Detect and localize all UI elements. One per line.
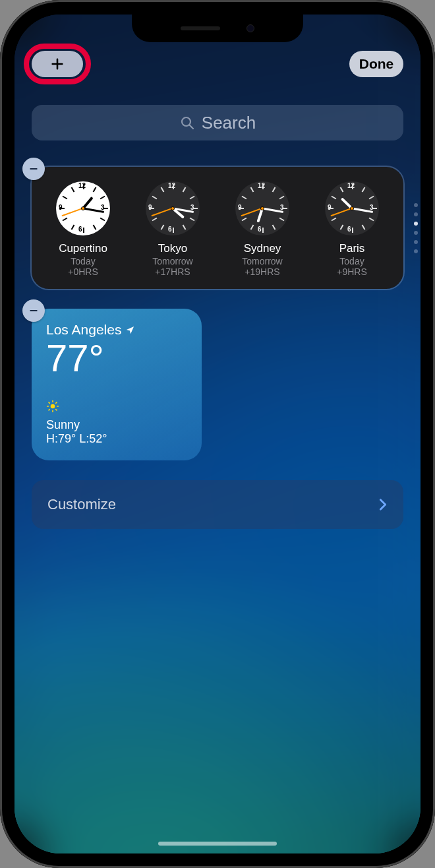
clock-city: Tokyo <box>128 242 218 255</box>
world-clock-widget-wrapper: 12369CupertinoToday+0HRS12369TokyoTomorr… <box>32 167 403 289</box>
minus-icon <box>28 164 39 174</box>
page-dot <box>414 231 418 235</box>
clock-offset: +9HRS <box>307 266 397 277</box>
weather-location: Los Angeles <box>46 322 121 338</box>
screen: Done Search 12369CupertinoToday+0HRS1236… <box>14 15 420 853</box>
remove-world-clock-button[interactable] <box>22 158 45 180</box>
clock-column: 12369TokyoTomorrow+17HRS <box>128 181 218 277</box>
phone-frame: Done Search 12369CupertinoToday+0HRS1236… <box>0 0 435 868</box>
front-camera <box>246 24 254 32</box>
clock-city: Cupertino <box>38 242 128 255</box>
clock-city: Paris <box>307 242 397 255</box>
sun-icon <box>46 400 187 416</box>
chevron-right-icon <box>378 497 388 512</box>
clock-city: Sydney <box>218 242 307 255</box>
svg-point-1 <box>51 404 55 409</box>
weather-condition: Sunny <box>46 418 187 432</box>
remove-weather-button[interactable] <box>22 299 45 322</box>
page-dot <box>414 212 418 216</box>
notch <box>132 15 303 42</box>
weather-location-row: Los Angeles <box>46 322 187 338</box>
clock-offset: +17HRS <box>128 266 218 277</box>
page-dot <box>414 203 418 207</box>
customize-label: Customize <box>47 496 116 513</box>
page-dot <box>414 222 418 226</box>
weather-widget-wrapper: Los Angeles 77° Sunny H:79° L:52° <box>32 309 202 460</box>
clock-offset: +0HRS <box>38 266 128 277</box>
clock-day: Today <box>38 256 128 266</box>
add-widget-button[interactable] <box>32 51 83 77</box>
clock-face: 12369 <box>325 181 379 235</box>
weather-high-low: H:79° L:52° <box>46 432 187 446</box>
clock-day: Today <box>307 256 397 266</box>
page-dot <box>414 249 418 253</box>
clock-offset: +19HRS <box>218 266 307 277</box>
search-icon <box>179 115 195 131</box>
customize-button[interactable]: Customize <box>32 480 403 529</box>
clock-face: 12369 <box>146 181 200 235</box>
search-input[interactable]: Search <box>32 105 403 140</box>
widget-stack-page-indicator[interactable] <box>414 203 418 253</box>
done-button[interactable]: Done <box>349 51 403 77</box>
svg-point-0 <box>182 117 190 126</box>
minus-icon <box>28 305 39 316</box>
clock-face: 12369 <box>235 181 289 235</box>
clock-day: Tomorrow <box>218 256 307 266</box>
world-clock-widget[interactable]: 12369CupertinoToday+0HRS12369TokyoTomorr… <box>32 167 403 289</box>
weather-widget[interactable]: Los Angeles 77° Sunny H:79° L:52° <box>32 309 202 460</box>
speaker-grille <box>181 26 220 30</box>
page-dot <box>414 240 418 244</box>
clock-face: 12369 <box>56 181 110 235</box>
clock-column: 12369SydneyTomorrow+19HRS <box>218 181 307 277</box>
search-placeholder: Search <box>202 113 256 133</box>
clock-day: Tomorrow <box>128 256 218 266</box>
weather-temperature: 77° <box>46 339 187 377</box>
plus-icon <box>50 57 65 71</box>
clock-column: 12369ParisToday+9HRS <box>307 181 397 277</box>
location-arrow-icon <box>125 325 135 335</box>
top-controls: Done <box>32 51 403 77</box>
home-indicator[interactable] <box>158 842 277 846</box>
clock-column: 12369CupertinoToday+0HRS <box>38 181 128 277</box>
